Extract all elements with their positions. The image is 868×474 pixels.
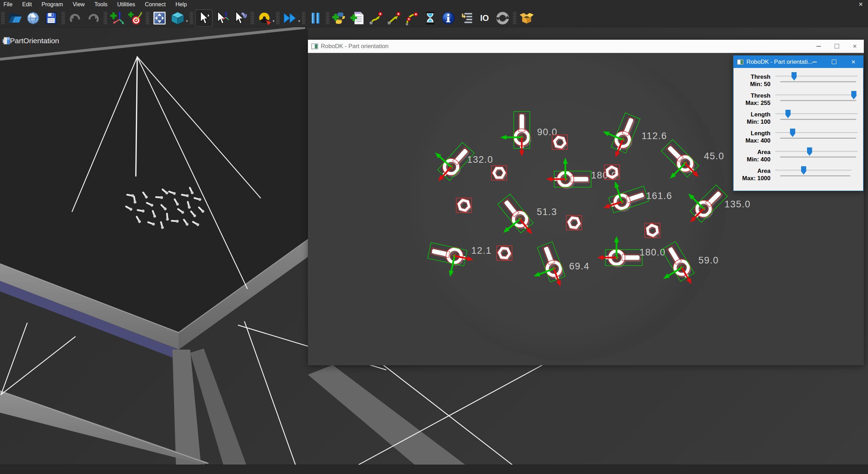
cursor-move-object-button[interactable] — [232, 10, 249, 26]
pause-icon — [308, 10, 323, 26]
slider-row-thresh-min: ThreshMin: 50 — [734, 71, 863, 90]
maximize-button[interactable] — [824, 56, 844, 68]
open-online-library-button[interactable] — [25, 10, 41, 26]
add-python-program-button[interactable] — [331, 10, 348, 26]
menu-item-file[interactable]: File — [0, 0, 17, 9]
slider-track[interactable] — [775, 132, 858, 133]
close-button[interactable]: ✕ — [844, 56, 863, 68]
wait-instruction-button[interactable] — [422, 10, 439, 26]
move-joint-icon — [368, 10, 383, 26]
menu-item-program[interactable]: Program — [37, 0, 68, 9]
show-message-instruction-button[interactable] — [440, 10, 457, 26]
taskbar[interactable] — [0, 465, 868, 474]
slider-thresh-max[interactable] — [775, 90, 860, 109]
menu-item-utilities[interactable]: Utilities — [112, 0, 140, 9]
slider-thumb-length-max[interactable] — [790, 129, 795, 137]
toolbar-separator — [104, 12, 107, 25]
bolt-angle-label: 69.4 — [569, 261, 590, 272]
dropdown-caret[interactable]: ▾ — [298, 19, 300, 23]
slider-length-max[interactable] — [775, 128, 860, 146]
run-loop-button[interactable] — [494, 10, 511, 26]
cursor-select-button[interactable] — [195, 9, 212, 27]
slider-thumb-area-min[interactable] — [807, 147, 812, 156]
close-button[interactable]: ✕ — [846, 40, 864, 53]
set-io-icon: IO — [477, 10, 492, 26]
slider-length-min[interactable] — [775, 109, 860, 128]
close-icon: ✕ — [851, 59, 856, 64]
fit-all-button[interactable] — [151, 10, 168, 26]
toolbar-separator — [302, 12, 305, 25]
open-folder-icon — [7, 10, 23, 26]
minimize-button[interactable] — [805, 56, 824, 68]
dropdown-caret[interactable]: ▾ — [186, 19, 188, 23]
run-fast-button[interactable] — [281, 10, 298, 26]
slider-area-min[interactable] — [775, 146, 860, 165]
fit-all-icon — [152, 10, 167, 26]
menu-item-connect[interactable]: Connect — [140, 0, 171, 9]
open-folder-button[interactable] — [7, 10, 23, 26]
slider-track[interactable] — [775, 170, 852, 171]
move-circular-icon — [404, 10, 420, 26]
slider-row-length-min: LengthMin: 100 — [734, 109, 863, 128]
menu-items: FileEditProgramViewToolsUtilitiesConnect… — [0, 0, 192, 9]
move-linear-icon — [386, 10, 402, 26]
slider-thumb-area-max[interactable] — [801, 166, 806, 175]
slider-track[interactable] — [775, 151, 858, 152]
toolbar-separator — [276, 12, 279, 25]
cursor-move-reference-icon — [215, 10, 230, 26]
fast-forward-icon — [282, 10, 297, 26]
add-program-icon — [350, 10, 365, 26]
dropdown-caret[interactable]: ▾ — [273, 19, 275, 23]
slider-tick-line — [780, 138, 856, 139]
undo-button[interactable] — [67, 10, 84, 26]
vision-window-title: RoboDK - Part orientation — [321, 43, 389, 50]
move-joint-instruction-button[interactable] — [367, 10, 384, 26]
globe-icon — [25, 10, 41, 26]
slider-track[interactable] — [775, 76, 858, 77]
add-python-icon — [332, 10, 347, 26]
slider-thumb-thresh-min[interactable] — [791, 72, 797, 81]
export-simulation-button[interactable] — [518, 10, 535, 26]
window-app-icon — [737, 59, 744, 65]
slider-area-max[interactable] — [775, 165, 860, 184]
emergency-stop-button[interactable] — [256, 10, 273, 26]
set-io-instruction-button[interactable]: IO — [476, 10, 493, 26]
maximize-button[interactable] — [828, 40, 846, 53]
bolt-angle-label: 161.6 — [646, 191, 672, 201]
program-call-instruction-button[interactable] — [458, 10, 475, 26]
move-linear-instruction-button[interactable] — [386, 10, 402, 26]
bolt-angle-label: 135.0 — [724, 199, 751, 209]
toolbar-separator — [326, 12, 329, 25]
slider-thumb-thresh-max[interactable] — [851, 91, 857, 99]
toolbar-separator — [251, 12, 254, 25]
bolt-angle-label: 51.3 — [537, 207, 557, 217]
cursor-move-reference-button[interactable] — [214, 10, 231, 26]
menu-item-help[interactable]: Help — [171, 0, 192, 9]
minimize-button[interactable] — [809, 40, 828, 53]
vision-window-titlebar[interactable]: RoboDK - Part orientation ✕ — [308, 40, 864, 53]
params-window-titlebar[interactable]: RoboDK - Part orientati... ✕ — [734, 56, 863, 68]
emergency-stop-icon — [257, 10, 272, 26]
add-reference-frame-button[interactable] — [109, 10, 126, 26]
toolbar-handle — [1, 12, 5, 25]
move-circular-instruction-button[interactable] — [404, 10, 420, 26]
station-tree-item[interactable]: ▶ PartOrientation — [3, 37, 59, 45]
redo-icon — [86, 10, 101, 26]
maximize-icon — [835, 44, 839, 48]
add-target-button[interactable] — [127, 10, 144, 26]
slider-thresh-min[interactable] — [775, 71, 860, 90]
add-program-button[interactable] — [349, 10, 366, 26]
isometric-view-button[interactable] — [169, 10, 186, 26]
redo-button[interactable] — [85, 10, 102, 26]
station-icon — [3, 37, 11, 45]
menu-item-edit[interactable]: Edit — [17, 0, 37, 9]
cursor-move-object-icon — [233, 10, 248, 26]
slider-track[interactable] — [775, 94, 858, 95]
menu-item-view[interactable]: View — [68, 0, 90, 9]
slider-thumb-length-min[interactable] — [785, 110, 791, 118]
menu-item-tools[interactable]: Tools — [90, 0, 112, 9]
save-station-button[interactable] — [43, 10, 60, 26]
slider-row-area-max: AreaMax: 1000 — [734, 165, 863, 184]
pause-button[interactable] — [307, 10, 324, 26]
app-close-button[interactable]: ✕ — [857, 0, 865, 9]
